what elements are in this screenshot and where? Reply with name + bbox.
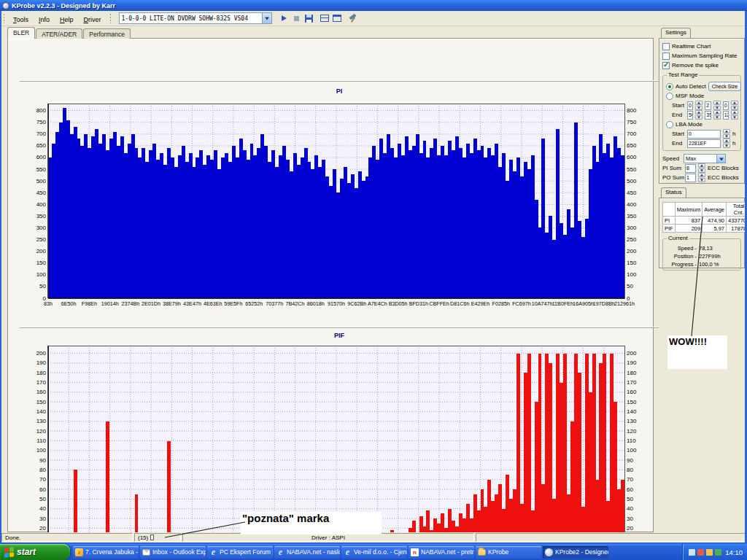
tool-button[interactable]: [347, 12, 360, 25]
tab-performance[interactable]: Performance: [83, 28, 131, 39]
lba-start-spinner[interactable]: [723, 129, 730, 139]
svg-text:20: 20: [39, 525, 46, 532]
remove-the-spike-checkbox[interactable]: [662, 62, 670, 69]
lba-mode-label: LBA Mode: [676, 121, 703, 128]
statusbar-count: (15): [134, 533, 181, 542]
svg-text:200: 200: [627, 350, 637, 357]
po-sum-spinner[interactable]: [698, 173, 705, 182]
menu-tools[interactable]: Tools: [8, 15, 34, 25]
msf-start-frame-spinner[interactable]: [731, 101, 738, 110]
auto-detect-radio[interactable]: [666, 83, 673, 90]
tab-bler[interactable]: BLER: [7, 27, 35, 39]
menu-info[interactable]: Info: [34, 15, 55, 25]
msf-end-sec-spinner[interactable]: [713, 110, 721, 120]
msf-end-min-field[interactable]: 502: [687, 111, 693, 120]
current-position-value: 227F99h: [699, 253, 721, 260]
lba-end-spinner[interactable]: [723, 139, 730, 148]
svg-text:2374Bh: 2374Bh: [121, 300, 139, 307]
maximum-sampling-rate-checkbox[interactable]: [662, 52, 670, 60]
status-table-header: Maximum Average Total Cnt.: [663, 203, 747, 217]
msf-end-label: End: [672, 112, 685, 118]
taskbar-item[interactable]: nNABAVA.net - pretra...: [409, 546, 474, 559]
taskbar-item[interactable]: eNABAVA.net - naslov...: [274, 546, 340, 559]
stop-scan-button[interactable]: [290, 12, 303, 25]
pi-chart-block: PI 83h6E50hF98Eh19014h2374Bh2E01Dh38E79h…: [20, 81, 659, 324]
checkbox-label: Maximum Sampling Rate: [672, 52, 737, 59]
svg-text:F0285h: F0285h: [492, 300, 510, 307]
svg-text:150: 150: [36, 260, 47, 266]
pi-sum-spinner[interactable]: [698, 163, 705, 173]
pi-sum-field[interactable]: 8: [685, 164, 696, 173]
drive-select[interactable]: 1-0-0-0 LITE-ON DVDRW SOHW-832S VS04: [119, 12, 272, 24]
svg-text:100: 100: [627, 447, 637, 454]
taskbar-item[interactable]: ePC Ekspert Forum [...: [207, 546, 273, 559]
taskbar-clock[interactable]: 14:10: [725, 548, 743, 556]
svg-text:50: 50: [39, 496, 46, 502]
tray-arrow-icon[interactable]: [689, 549, 695, 556]
svg-text:CBFFEh: CBFFEh: [429, 300, 449, 307]
lba-end-field[interactable]: 2281EF: [687, 139, 721, 148]
test-range-label: Test Range: [667, 71, 699, 78]
tab-settings[interactable]: Settings: [661, 28, 691, 38]
pif-chart-title: PIF: [20, 332, 659, 339]
svg-text:50: 50: [39, 283, 46, 289]
svg-text:30: 30: [39, 516, 46, 522]
menu-driver[interactable]: Driver: [79, 15, 107, 25]
settings-panel: Realtime ChartMaximum Sampling RateRemov…: [659, 38, 745, 184]
po-sum-field[interactable]: 1: [685, 174, 696, 182]
lba-start-field[interactable]: 0: [687, 130, 721, 139]
msf-end-min-spinner[interactable]: [695, 110, 703, 120]
tab-status[interactable]: Status: [661, 187, 686, 198]
taskbar-item-label: 7. Crvena Jabuka - B...: [85, 548, 139, 556]
toolbar-grip[interactable]: [109, 13, 112, 23]
svg-text:80: 80: [39, 467, 46, 473]
svg-text:750: 750: [36, 119, 47, 125]
start-button[interactable]: start: [0, 544, 70, 560]
msf-start-min-field[interactable]: 0: [687, 101, 693, 110]
speed-select[interactable]: Max: [684, 154, 726, 163]
window-title: KProbe v2.2.3 - Designed by Karr: [12, 2, 115, 9]
msf-start-sec-spinner[interactable]: [713, 101, 721, 110]
msf-end-frame-field[interactable]: 12: [723, 111, 729, 120]
lba-mode-radio[interactable]: [666, 121, 673, 128]
realtime-chart-checkbox[interactable]: [662, 43, 670, 50]
svg-text:110: 110: [627, 438, 636, 444]
tray-chart-icon[interactable]: [715, 549, 721, 556]
msf-start-sec-field[interactable]: 2: [705, 101, 711, 110]
taskbar-item[interactable]: KProbe2 - Designed b...: [543, 546, 608, 559]
tab-ater-ader[interactable]: ATER/ADER: [36, 28, 82, 39]
lba-end-label: End: [672, 140, 685, 147]
msf-end-sec-field[interactable]: 35: [705, 111, 711, 120]
speed-value: Max: [684, 155, 716, 162]
single-view-button[interactable]: [331, 12, 344, 25]
current-speed-value: 78,13: [699, 245, 713, 252]
taskbar-item[interactable]: Inbox - Outlook Express: [140, 546, 206, 559]
tray-app-icon[interactable]: [697, 549, 704, 556]
taskbar-item-label: NABAVA.net - pretra...: [421, 548, 474, 556]
svg-text:160: 160: [36, 389, 47, 395]
svg-text:70377h: 70377h: [266, 300, 283, 307]
svg-text:91570h: 91570h: [328, 300, 345, 307]
msf-start-min-spinner[interactable]: [695, 101, 703, 110]
svg-text:10A747h: 10A747h: [532, 300, 553, 307]
taskbar-item[interactable]: eVe-mil d.o.o. - Cjenik ...: [341, 546, 407, 559]
taskbar-item[interactable]: ♪7. Crvena Jabuka - B...: [73, 546, 139, 559]
toolbar-grip[interactable]: [3, 13, 5, 23]
chevron-down-icon[interactable]: [716, 155, 725, 163]
msf-end-frame-spinner[interactable]: [731, 110, 738, 120]
check-size-button[interactable]: Check Size: [708, 82, 741, 91]
save-button[interactable]: [303, 12, 315, 25]
statusbar-count-text: (15): [138, 534, 148, 541]
window-titlebar[interactable]: KProbe v2.2.3 - Designed by Karr: [0, 0, 747, 11]
menu-help[interactable]: Help: [55, 15, 79, 25]
tray-update-icon[interactable]: [706, 549, 713, 556]
split-view-button[interactable]: [319, 12, 331, 25]
menu-items: ToolsInfoHelpDriver: [8, 12, 107, 25]
start-scan-button[interactable]: [278, 12, 290, 25]
svg-text:800: 800: [627, 107, 637, 114]
svg-text:4E63Eh: 4E63Eh: [204, 300, 222, 307]
taskbar-item[interactable]: KProbe: [476, 546, 541, 559]
chevron-down-icon[interactable]: [262, 13, 271, 23]
msf-mode-radio[interactable]: [666, 93, 673, 100]
msf-start-frame-field[interactable]: 0: [723, 101, 729, 110]
